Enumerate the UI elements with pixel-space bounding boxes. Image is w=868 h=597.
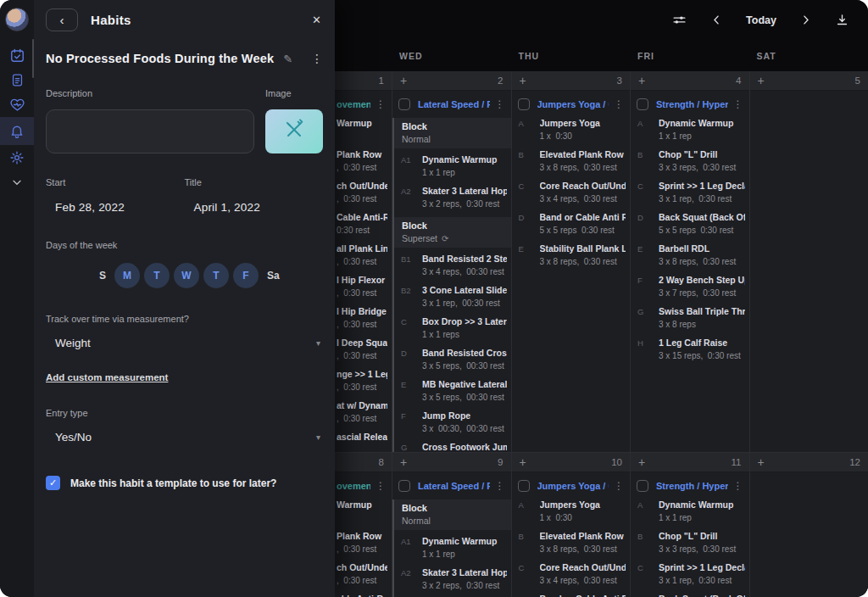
- day-toggle-sa[interactable]: Sa: [263, 263, 284, 288]
- workout-checkbox[interactable]: [637, 480, 648, 492]
- exercise-item[interactable]: able Anti-Rotati...: [335, 594, 392, 597]
- exercise-item[interactable]: GCross Footwork Jump Rope3 x 00:30, 00:3…: [394, 442, 511, 452]
- add-custom-measurement-link[interactable]: Add custom measurement: [46, 372, 168, 382]
- back-button[interactable]: ‹: [46, 8, 78, 31]
- kebab-menu-icon[interactable]: ⋮: [495, 480, 505, 492]
- exercise-item[interactable]: EMB Negative Lateral Hop...3 x 5 reps, 0…: [394, 379, 511, 402]
- add-workout-button[interactable]: +: [638, 456, 645, 468]
- exercise-item[interactable]: AJumpers Yoga1 x 0:30: [512, 499, 631, 522]
- exercise-item[interactable]: A1Dynamic Warmup1 x 1 rep: [394, 536, 511, 559]
- exercise-item[interactable]: at w/ Dynamic P..., 0:30 rest: [335, 400, 392, 423]
- exercise-item[interactable]: DBack Squat (Back Off Set): [631, 594, 749, 597]
- exercise-item[interactable]: H1 Leg Calf Raise3 x 15 reps, 0:30 rest: [631, 338, 749, 360]
- workout-title[interactable]: Lateral Speed / Plyo: [418, 99, 490, 109]
- close-icon[interactable]: ✕: [312, 14, 321, 26]
- kebab-menu-icon[interactable]: ⋮: [733, 98, 743, 110]
- workout-title[interactable]: ovement Q...: [337, 99, 370, 109]
- exercise-item[interactable]: Plank Row, 0:30 rest: [335, 149, 392, 172]
- exercise-item[interactable]: FJump Rope3 x 00:30, 00:30 rest: [394, 410, 511, 433]
- sidebar-item-calendar-check[interactable]: [0, 43, 34, 68]
- add-workout-button[interactable]: +: [520, 456, 526, 468]
- kebab-menu-icon[interactable]: ⋮: [311, 52, 323, 65]
- workout-title[interactable]: Jumpers Yoga / Core: [537, 481, 609, 491]
- workout-checkbox[interactable]: [518, 480, 530, 492]
- exercise-item[interactable]: AJumpers Yoga1 x 0:30: [512, 118, 631, 141]
- exercise-item[interactable]: l Hip Bridge w/ ..., 0:30 rest: [335, 306, 392, 329]
- exercise-item[interactable]: EStability Ball Plank Linear ...3 x 8 re…: [512, 243, 631, 266]
- exercise-item[interactable]: ch Out/Under, 0:30 rest: [335, 181, 392, 204]
- edit-pencil-icon[interactable]: ✎: [283, 53, 292, 65]
- exercise-item[interactable]: CSprint >> 1 Leg Declarations3 x 1 rep, …: [631, 562, 749, 585]
- exercise-item[interactable]: A1Dynamic Warmup1 x 1 rep: [394, 154, 511, 177]
- exercise-item[interactable]: CCore Reach Out/Under3 x 4 reps, 0:30 re…: [512, 562, 631, 585]
- day-toggle-t[interactable]: T: [203, 263, 229, 288]
- exercise-item[interactable]: Cable Anti-Rotati...0:30 rest: [335, 212, 392, 235]
- sidebar-item-chevron-down[interactable]: [0, 170, 34, 194]
- entry-type-select[interactable]: Yes/No ▾: [46, 431, 323, 444]
- measurement-select[interactable]: Weight ▾: [46, 337, 323, 349]
- add-workout-button[interactable]: +: [758, 75, 765, 86]
- prev-chevron-icon[interactable]: [710, 14, 723, 26]
- exercise-item[interactable]: l Hip Flexor Rais..., 0:30 rest: [335, 275, 392, 298]
- exercise-item[interactable]: DBand Resisted Crossover...3 x 5 reps, 0…: [394, 348, 511, 371]
- workout-title[interactable]: Strength / Hypertro...: [656, 99, 728, 109]
- sidebar-item-document[interactable]: [0, 68, 34, 92]
- description-textarea[interactable]: [46, 109, 254, 153]
- add-workout-button[interactable]: +: [638, 75, 645, 86]
- workout-title[interactable]: ovement Q...: [337, 481, 370, 491]
- exercise-item[interactable]: B1Band Resisted 2 Step Late...3 x 4 reps…: [394, 254, 511, 276]
- download-icon[interactable]: [835, 13, 849, 27]
- exercise-item[interactable]: Plank Row, 0:30 rest: [335, 531, 392, 554]
- end-date-value[interactable]: April 1, 2022: [185, 201, 324, 214]
- exercise-item[interactable]: F2 Way Bench Step Up3 x 7 reps, 0:30 res…: [631, 275, 749, 298]
- day-toggle-w[interactable]: W: [174, 263, 199, 288]
- add-workout-button[interactable]: +: [758, 456, 765, 468]
- exercise-item[interactable]: CBox Drop >> 3 Lateral H...1 x 1 reps: [394, 316, 511, 339]
- exercise-item[interactable]: ADynamic Warmup1 x 1 rep: [631, 118, 749, 141]
- next-chevron-icon[interactable]: [799, 14, 812, 26]
- exercise-item[interactable]: EBarbell RDL3 x 8 reps, 0:30 rest: [631, 243, 749, 266]
- exercise-item[interactable]: BElevated Plank Row3 x 8 reps, 0:30 rest: [512, 149, 631, 172]
- kebab-menu-icon[interactable]: ⋮: [495, 98, 505, 110]
- kebab-menu-icon[interactable]: ⋮: [376, 98, 386, 110]
- day-toggle-t[interactable]: T: [144, 263, 170, 288]
- exercise-item[interactable]: CSprint >> 1 Leg Declarations3 x 1 rep, …: [631, 181, 749, 204]
- exercise-item[interactable]: DBand or Cable Anti Rotati...5 x 5 reps …: [512, 212, 631, 235]
- exercise-item[interactable]: Warmup: [335, 118, 392, 141]
- start-date-value[interactable]: Feb 28, 2022: [46, 201, 185, 214]
- workout-title[interactable]: Strength / Hypertro...: [656, 481, 728, 491]
- exercise-item[interactable]: CCore Reach Out/Under3 x 4 reps, 0:30 re…: [512, 181, 631, 204]
- avatar[interactable]: [5, 8, 29, 31]
- exercise-item[interactable]: nge >> 1 Leg St..., 0:30 rest: [335, 369, 392, 392]
- workout-checkbox[interactable]: [637, 98, 648, 110]
- exercise-item[interactable]: BChop "L" Drill3 x 3 reps, 0:30 rest: [631, 531, 749, 554]
- workout-checkbox[interactable]: [518, 98, 530, 110]
- exercise-item[interactable]: A2Skater 3 Lateral Hops >> ...3 x 2 reps…: [394, 567, 511, 590]
- exercise-item[interactable]: GSwiss Ball Triple Threat3 x 8 reps: [631, 306, 749, 329]
- sidebar-item-heart-care[interactable]: [0, 92, 34, 117]
- day-toggle-f[interactable]: F: [233, 263, 259, 288]
- exercise-item[interactable]: DBack Squat (Back Off Set)5 x 5 reps 0:3…: [631, 212, 749, 235]
- kebab-menu-icon[interactable]: ⋮: [614, 98, 624, 110]
- filter-sliders-icon[interactable]: [671, 12, 687, 28]
- kebab-menu-icon[interactable]: ⋮: [376, 480, 386, 492]
- sidebar-item-gear[interactable]: [0, 145, 34, 170]
- habit-image-tile[interactable]: [265, 109, 323, 153]
- exercise-item[interactable]: Warmup: [335, 499, 392, 522]
- kebab-menu-icon[interactable]: ⋮: [733, 480, 743, 492]
- exercise-item[interactable]: ch Out/Under, 0:30 rest: [335, 562, 392, 585]
- exercise-item[interactable]: B23 Cone Lateral Slide3 x 1 rep, 00:30 r…: [394, 285, 511, 308]
- exercise-item[interactable]: DBand or Cable Anti Rotati...: [512, 594, 631, 597]
- day-toggle-m[interactable]: M: [114, 263, 140, 288]
- workout-title[interactable]: Lateral Speed / Plyo: [418, 481, 490, 491]
- exercise-item[interactable]: A2Skater 3 Lateral Hops >> ...3 x 2 reps…: [394, 186, 511, 209]
- exercise-item[interactable]: ADynamic Warmup1 x 1 rep: [631, 499, 749, 522]
- workout-title[interactable]: Jumpers Yoga / Core: [537, 99, 609, 109]
- exercise-item[interactable]: all Plank Linear ..., 0:30 rest: [335, 243, 392, 266]
- workout-checkbox[interactable]: [398, 98, 410, 110]
- exercise-item[interactable]: BElevated Plank Row3 x 8 reps, 0:30 rest: [512, 531, 631, 554]
- add-workout-button[interactable]: +: [400, 456, 407, 468]
- today-button[interactable]: Today: [746, 14, 776, 26]
- exercise-item[interactable]: ascial Release C...: [335, 432, 392, 452]
- add-workout-button[interactable]: +: [400, 75, 407, 86]
